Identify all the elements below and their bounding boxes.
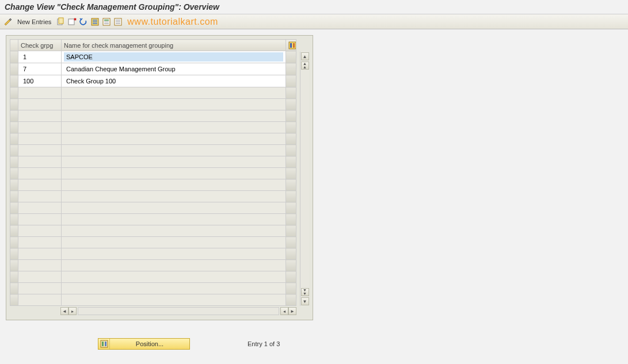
cell-empty[interactable] (62, 271, 286, 283)
row-selector[interactable] (10, 122, 18, 133)
svg-rect-14 (116, 23, 120, 24)
position-button[interactable]: Position... (98, 338, 190, 350)
cell-empty[interactable] (18, 145, 62, 156)
hscroll-track[interactable] (78, 307, 279, 315)
cell-empty[interactable] (62, 248, 286, 260)
cell-empty[interactable] (62, 99, 286, 110)
svg-rect-20 (105, 342, 106, 346)
scroll-right-end-icon[interactable]: ► (288, 307, 296, 315)
cell-empty[interactable] (62, 110, 286, 122)
table-settings-button[interactable] (286, 40, 296, 51)
row-selector[interactable] (10, 202, 18, 214)
cell-empty[interactable] (18, 122, 62, 133)
select-block-icon[interactable] (102, 17, 111, 26)
cell-name[interactable] (62, 63, 286, 75)
svg-rect-10 (104, 23, 109, 24)
cell-empty[interactable] (18, 87, 62, 99)
cell-empty[interactable] (62, 122, 286, 133)
select-all-icon[interactable] (90, 17, 100, 26)
cell-empty[interactable] (18, 271, 62, 283)
cell-empty[interactable] (62, 283, 286, 294)
row-selector[interactable] (10, 75, 18, 87)
row-selector[interactable] (10, 271, 18, 283)
cell-empty[interactable] (62, 133, 286, 145)
delete-icon[interactable] (67, 17, 77, 26)
scroll-up-icon[interactable]: ▲ (301, 52, 309, 60)
cell-empty[interactable] (18, 202, 62, 214)
scroll-thumb[interactable] (302, 70, 309, 288)
cell-empty[interactable] (18, 191, 62, 202)
vertical-scrollbar[interactable]: ▲ ▲▲ ▼▼ ▼ (300, 52, 309, 306)
row-selector[interactable] (10, 260, 18, 271)
scroll-left-end-icon[interactable]: ◄ (60, 307, 68, 315)
cell-empty[interactable] (62, 87, 286, 99)
row-selector[interactable] (10, 63, 18, 75)
row-selector[interactable] (10, 110, 18, 122)
toggle-display-change-icon[interactable] (3, 17, 13, 26)
undo-change-icon[interactable] (79, 17, 88, 26)
row-selector[interactable] (10, 51, 18, 63)
cell-empty[interactable] (18, 99, 62, 110)
grpg-input[interactable] (21, 64, 59, 74)
cell-empty[interactable] (62, 168, 286, 179)
cell-name[interactable] (62, 51, 286, 63)
scroll-down-icon[interactable]: ▼ (301, 297, 309, 305)
row-selector[interactable] (10, 214, 18, 225)
row-selector[interactable] (10, 87, 18, 99)
name-input[interactable] (64, 64, 283, 74)
cell-empty[interactable] (62, 145, 286, 156)
row-selector[interactable] (10, 248, 18, 260)
cell-grpg[interactable] (18, 75, 62, 87)
row-selector[interactable] (10, 168, 18, 179)
cell-grpg[interactable] (18, 51, 62, 63)
row-selector[interactable] (10, 156, 18, 168)
copy-as-icon[interactable] (56, 17, 65, 26)
scroll-page-down-icon[interactable]: ▼▼ (301, 288, 309, 296)
row-selector[interactable] (10, 237, 18, 248)
name-input[interactable] (64, 52, 283, 62)
row-selector[interactable] (10, 225, 18, 237)
row-right-pad (286, 156, 296, 168)
cell-empty[interactable] (18, 179, 62, 191)
scroll-page-up-icon[interactable]: ▲▲ (301, 62, 309, 70)
cell-empty[interactable] (62, 260, 286, 271)
column-header-grpg[interactable]: Check grpg (18, 40, 62, 51)
cell-grpg[interactable] (18, 63, 62, 75)
column-header-name[interactable]: Name for check management grouping (62, 40, 286, 51)
cell-empty[interactable] (18, 237, 62, 248)
cell-name[interactable] (62, 75, 286, 87)
cell-empty[interactable] (18, 248, 62, 260)
cell-empty[interactable] (62, 191, 286, 202)
name-input[interactable] (64, 76, 283, 86)
cell-empty[interactable] (62, 156, 286, 168)
row-selector[interactable] (10, 179, 18, 191)
scroll-right-icon[interactable]: ◂ (280, 307, 288, 315)
row-selector[interactable] (10, 294, 18, 306)
cell-empty[interactable] (18, 110, 62, 122)
cell-empty[interactable] (18, 283, 62, 294)
row-selector[interactable] (10, 133, 18, 145)
cell-empty[interactable] (62, 214, 286, 225)
row-selector[interactable] (10, 191, 18, 202)
cell-empty[interactable] (18, 260, 62, 271)
cell-empty[interactable] (18, 225, 62, 237)
cell-empty[interactable] (62, 179, 286, 191)
grpg-input[interactable] (21, 76, 59, 86)
cell-empty[interactable] (62, 225, 286, 237)
cell-empty[interactable] (18, 156, 62, 168)
cell-empty[interactable] (18, 168, 62, 179)
cell-empty[interactable] (18, 214, 62, 225)
cell-empty[interactable] (62, 294, 286, 306)
cell-empty[interactable] (62, 202, 286, 214)
scroll-left-icon[interactable]: ▸ (68, 307, 77, 315)
cell-empty[interactable] (18, 133, 62, 145)
cell-empty[interactable] (18, 294, 62, 306)
row-selector[interactable] (10, 99, 18, 110)
select-all-column-header[interactable] (10, 40, 18, 51)
row-selector[interactable] (10, 145, 18, 156)
row-selector[interactable] (10, 283, 18, 294)
new-entries-button[interactable]: New Entries (15, 18, 54, 25)
cell-empty[interactable] (62, 237, 286, 248)
grpg-input[interactable] (21, 52, 59, 62)
deselect-all-icon[interactable] (113, 17, 123, 26)
